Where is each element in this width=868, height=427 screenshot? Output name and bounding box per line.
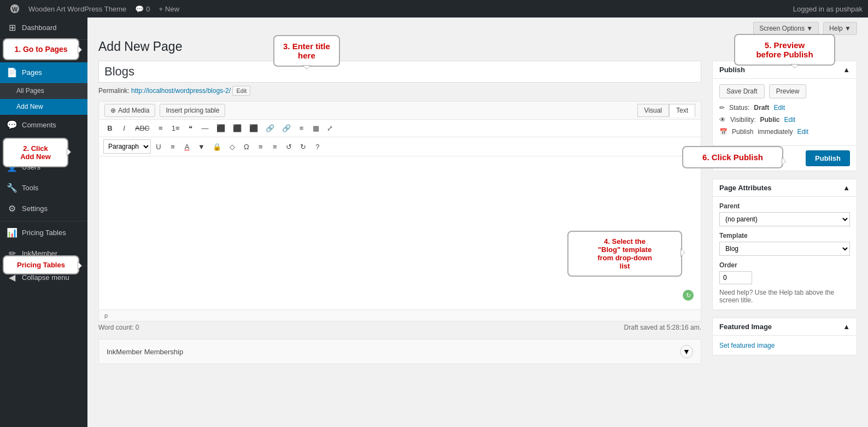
fullscreen-button[interactable]: ⤢: [324, 122, 337, 134]
editor-container: ⊕ Add Media Insert pricing table Visual …: [98, 101, 701, 321]
right-sidebar: Publish ▲ Save Draft Preview ✏ Status: D…: [712, 61, 857, 364]
inkmember-section[interactable]: InkMember Membership ▼: [98, 339, 701, 364]
visibility-row: 👁 Visibility: Public Edit: [719, 116, 850, 124]
wp-logo-item[interactable]: W: [5, 4, 24, 14]
align-right-button[interactable]: ⬛: [246, 122, 261, 134]
publish-box-title: Publish: [719, 66, 745, 74]
inkmember-toggle-button[interactable]: ▼: [680, 345, 693, 358]
visibility-value: Public: [760, 116, 779, 124]
remove-link-button[interactable]: 🔗: [279, 122, 294, 134]
sidebar-all-pages[interactable]: All Pages: [0, 83, 87, 99]
pricing-tables-label: Pricing Tables: [22, 228, 66, 238]
permalink-label: Permalink:: [98, 87, 130, 95]
italic-button[interactable]: I: [118, 122, 131, 134]
blockquote-button[interactable]: ❝: [184, 122, 197, 134]
unordered-list-button[interactable]: ≡: [154, 122, 167, 134]
strikethrough-button[interactable]: ABC: [132, 122, 153, 134]
visibility-eye-icon: 👁: [719, 116, 726, 124]
insert-link-button[interactable]: 🔗: [262, 122, 278, 134]
featured-image-collapse-icon[interactable]: ▲: [843, 323, 850, 331]
publish-on-value: immediately: [758, 128, 793, 136]
redo-button[interactable]: ↻: [297, 141, 310, 153]
sidebar-add-new[interactable]: Add New: [0, 99, 87, 115]
help-button[interactable]: Help ▼: [823, 22, 857, 35]
text-color-button[interactable]: A: [180, 141, 193, 153]
tools-label: Tools: [22, 183, 38, 193]
status-label: Status:: [729, 104, 749, 112]
outdent-button[interactable]: ≡: [268, 141, 281, 153]
undo-button[interactable]: ↺: [283, 141, 296, 153]
align-center-button[interactable]: ⬛: [230, 122, 245, 134]
preview-button[interactable]: Preview: [769, 84, 807, 98]
pages-label: Pages: [22, 68, 42, 78]
parent-label: Parent: [719, 202, 850, 210]
featured-image-meta-box: Featured Image ▲ Set featured image: [712, 318, 857, 355]
permalink-edit-button[interactable]: Edit: [232, 86, 250, 96]
indent-button[interactable]: ≡: [254, 141, 267, 153]
status-edit-link[interactable]: Edit: [773, 104, 785, 112]
dashboard-icon: ⊞: [7, 22, 17, 34]
publish-box-collapse-icon[interactable]: ▲: [843, 66, 850, 74]
insert-pricing-button[interactable]: Insert pricing table: [160, 104, 225, 117]
dashboard-label: Dashboard: [22, 23, 57, 33]
editor-footer: p: [99, 309, 701, 321]
inkmember-section-label: InkMember Membership: [107, 348, 183, 356]
clear-format-button[interactable]: ◇: [226, 141, 239, 153]
settings-icon: ⚙: [7, 203, 17, 215]
order-input[interactable]: [719, 271, 752, 284]
template-select[interactable]: Blog Default Template Full Width Page: [719, 242, 850, 256]
horizontal-rule-button[interactable]: —: [198, 122, 212, 134]
permalink-url[interactable]: http://localhost/wordpress/blogs-2/: [131, 87, 231, 95]
help-keyboard-button[interactable]: ?: [311, 141, 324, 153]
comment-count: 0: [146, 5, 150, 13]
insert-more-button[interactable]: ≡: [295, 122, 308, 134]
sidebar-item-tools[interactable]: 🔧 Tools: [0, 178, 87, 198]
comments-label: Comments: [22, 120, 56, 130]
special-char-button[interactable]: Ω: [240, 141, 253, 153]
page-attributes-help-text: Need help? Use the Help tab above the sc…: [719, 289, 850, 304]
parent-select[interactable]: (no parent) Sample Page: [719, 212, 850, 226]
visibility-edit-link[interactable]: Edit: [784, 116, 795, 124]
bold-button[interactable]: B: [103, 122, 116, 134]
svg-text:↻: ↻: [686, 292, 691, 299]
page-attributes-collapse-icon[interactable]: ▲: [843, 184, 850, 192]
logged-in-text: Logged in as pushpak: [793, 5, 863, 13]
paste-plain-button[interactable]: 🔒: [209, 141, 225, 153]
table-button[interactable]: ▦: [309, 122, 322, 134]
sidebar-item-pricing-tables[interactable]: 📊 Pricing Tables: [0, 223, 87, 243]
set-featured-image-link[interactable]: Set featured image: [719, 342, 775, 349]
save-draft-button[interactable]: Save Draft: [719, 84, 765, 98]
sidebar-item-dashboard[interactable]: ⊞ Dashboard: [0, 17, 87, 38]
svg-text:W: W: [12, 6, 18, 13]
add-media-button[interactable]: ⊕ Add Media: [104, 104, 155, 117]
paragraph-format-select[interactable]: Paragraph Heading 1 Heading 2 Heading 3: [103, 139, 151, 154]
featured-image-title: Featured Image: [719, 323, 772, 331]
title-wrap: [98, 61, 701, 83]
insert-pricing-label: Insert pricing table: [166, 107, 219, 114]
ordered-list-button[interactable]: 1≡: [168, 122, 183, 134]
site-name[interactable]: Wooden Art WordPress Theme: [24, 5, 131, 13]
comments-item[interactable]: 💬 0: [131, 5, 154, 13]
sidebar-item-settings[interactable]: ⚙ Settings: [0, 198, 87, 219]
publish-button[interactable]: Publish: [806, 150, 850, 166]
post-title-input[interactable]: [98, 61, 701, 83]
text-tab[interactable]: Text: [669, 104, 695, 117]
visual-tab[interactable]: Visual: [637, 104, 669, 117]
sidebar-item-comments[interactable]: 💬 Comments: [0, 115, 87, 136]
callout-go-to-pages: 1. Go to Pages: [3, 38, 79, 60]
publish-on-edit-link[interactable]: Edit: [797, 128, 808, 136]
underline-button[interactable]: U: [152, 141, 165, 153]
sidebar-item-pages[interactable]: 📄 Pages: [0, 62, 87, 83]
toolbar-row-1: B I ABC ≡ 1≡ ❝ — ⬛ ⬛ ⬛ 🔗 🔗 ≡ ▦: [99, 120, 701, 137]
new-item[interactable]: + New: [154, 5, 184, 13]
word-count-bar: Word count: 0 Draft saved at 5:28:16 am.: [98, 321, 701, 334]
featured-image-header: Featured Image ▲: [713, 318, 857, 336]
text-color-dropdown[interactable]: ▼: [195, 141, 208, 153]
site-name-text: Wooden Art WordPress Theme: [28, 5, 126, 13]
screen-options-button[interactable]: Screen Options ▼: [753, 22, 819, 35]
callout-click-add-new: 2. Click Add New: [3, 138, 68, 167]
publish-box-content: Save Draft Preview ✏ Status: Draft Edit …: [713, 79, 857, 145]
justify-button[interactable]: ≡: [166, 141, 179, 153]
tools-icon: 🔧: [7, 182, 17, 194]
align-left-button[interactable]: ⬛: [213, 122, 228, 134]
